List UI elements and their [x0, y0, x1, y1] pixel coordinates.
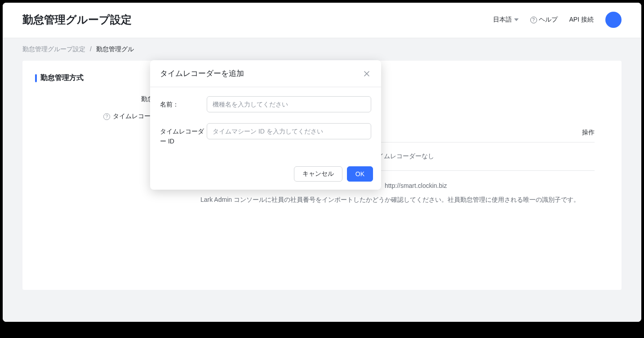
close-button[interactable] [362, 69, 371, 78]
ok-button[interactable]: OK [347, 166, 373, 182]
modal-body: 名前： タイムレコーダー ID [150, 87, 381, 162]
modal-id-row: タイムレコーダー ID [160, 123, 371, 147]
modal-header: タイムレコーダーを追加 [150, 60, 381, 87]
name-label: 名前： [160, 96, 207, 109]
app-window: 勤怠管理グループ設定 日本語 ? ヘルプ API 接続 勤怠管理グループ設定 /… [3, 3, 641, 322]
name-input[interactable] [207, 96, 371, 112]
close-icon [363, 70, 370, 77]
modal-footer: キャンセル OK [150, 162, 381, 190]
add-recorder-modal: タイムレコーダーを追加 名前： タイムレコーダー ID キャンセル OK [150, 60, 381, 190]
id-input[interactable] [207, 123, 371, 139]
modal-title: タイムレコーダーを追加 [160, 68, 244, 79]
cancel-button[interactable]: キャンセル [294, 166, 342, 182]
id-label: タイムレコーダー ID [160, 123, 207, 147]
modal-name-row: 名前： [160, 96, 371, 112]
